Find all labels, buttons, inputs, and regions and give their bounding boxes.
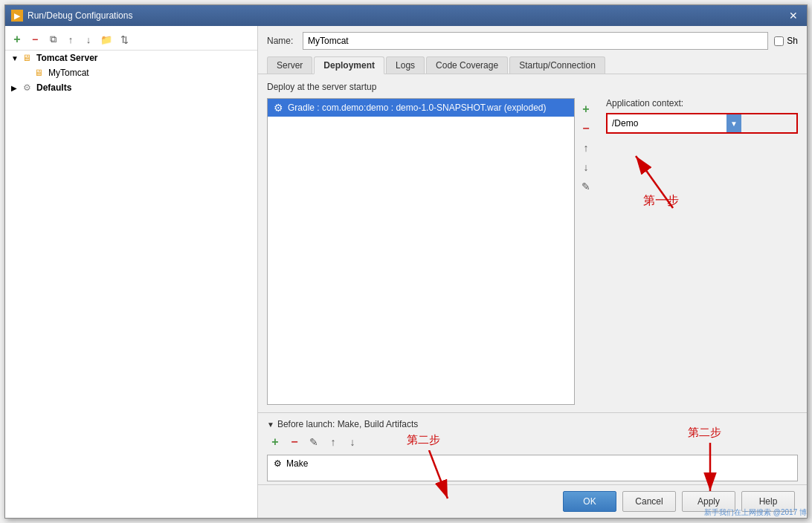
artifact-icon: ⚙ (274, 102, 283, 114)
launch-list[interactable]: ⚙ Make (267, 455, 798, 481)
tree-item-defaults[interactable]: ▶ ⚙ Defaults (5, 80, 257, 95)
dialog-footer: 第二步 第二步 (258, 484, 807, 518)
artifact-toolbar: + − ↑ ↓ ✎ (575, 98, 597, 405)
tree-down-button[interactable]: ↓ (81, 32, 96, 47)
tree-sort-button[interactable]: ⇅ (117, 32, 132, 47)
tree-up-button[interactable]: ↑ (63, 32, 78, 47)
app-context-section: Application context: ▼ (597, 98, 798, 405)
title-bar: ▶ Run/Debug Configurations ✕ (5, 5, 807, 26)
artifact-up-button[interactable]: ↑ (578, 140, 594, 156)
tree-toolbar: + − ⧉ ↑ ↓ 📁 ⇅ (5, 29, 257, 51)
tab-startup[interactable]: Startup/Connection (509, 56, 605, 74)
name-label: Name: (267, 36, 297, 46)
left-panel: + − ⧉ ↑ ↓ 📁 ⇅ ▼ 🖥 Tomcat Server 🖥 MyTomc… (5, 26, 258, 518)
name-input[interactable] (303, 32, 768, 50)
tab-server[interactable]: Server (267, 56, 312, 74)
tree-label-tomcat-server: Tomcat Server (36, 53, 97, 63)
launch-down-button[interactable]: ↓ (344, 434, 361, 450)
tree-copy-button[interactable]: ⧉ (45, 32, 60, 47)
artifact-text: Gradle : com.demo:demo : demo-1.0-SNAPSH… (288, 103, 546, 113)
app-context-input[interactable] (608, 114, 726, 132)
before-launch-arrow: ▼ (267, 420, 274, 429)
step1-annotation-area: 第一步 (606, 134, 798, 405)
app-context-label: Application context: (606, 98, 798, 108)
share-checkbox-wrap: Sh (774, 36, 798, 46)
artifact-down-button[interactable]: ↓ (578, 159, 594, 175)
ok-button[interactable]: OK (563, 491, 616, 512)
launch-item-make[interactable]: ⚙ Make (268, 455, 797, 472)
launch-remove-button[interactable]: − (286, 434, 303, 450)
tree-label-defaults: Defaults (36, 82, 71, 93)
share-label: Sh (787, 36, 798, 46)
watermark: 新手我们在上网搜索 @2017 博 (704, 507, 807, 518)
share-checkbox[interactable] (774, 36, 784, 46)
launch-up-button[interactable]: ↑ (325, 434, 341, 450)
tab-logs[interactable]: Logs (386, 56, 425, 74)
artifact-item[interactable]: ⚙ Gradle : com.demo:demo : demo-1.0-SNAP… (268, 99, 574, 117)
tree-item-mytomcat[interactable]: 🖥 MyTomcat (5, 65, 257, 80)
deploy-section: ⚙ Gradle : com.demo:demo : demo-1.0-SNAP… (267, 98, 798, 405)
defaults-icon: ⚙ (20, 82, 33, 94)
title-bar-left: ▶ Run/Debug Configurations (11, 10, 132, 22)
launch-add-button[interactable]: + (267, 434, 283, 450)
tab-coverage[interactable]: Code Coverage (426, 56, 508, 74)
mytomcat-icon: 🖥 (32, 67, 45, 79)
launch-item-text: Make (286, 458, 308, 469)
name-row: Name: Sh (258, 26, 807, 56)
step1-label: 第一步 (643, 193, 679, 209)
tree-add-button[interactable]: + (10, 32, 25, 47)
deployment-tab-content: Deploy at the server startup ⚙ Gradle : … (258, 74, 807, 412)
launch-edit-button[interactable]: ✎ (306, 434, 322, 450)
artifact-edit-button[interactable]: ✎ (578, 178, 594, 195)
app-context-input-wrap: ▼ (606, 113, 798, 134)
tree-folder-button[interactable]: 📁 (99, 32, 114, 47)
artifact-remove-button[interactable]: − (578, 120, 594, 137)
tabs-bar: Server Deployment Logs Code Coverage Sta… (258, 56, 807, 74)
artifact-add-button[interactable]: + (578, 101, 594, 117)
step1-arrow (621, 141, 710, 230)
cancel-button[interactable]: Cancel (622, 491, 676, 512)
before-launch-title: Before launch: Make, Build Artifacts (277, 419, 418, 429)
artifact-list[interactable]: ⚙ Gradle : com.demo:demo : demo-1.0-SNAP… (267, 98, 575, 405)
tab-deployment[interactable]: Deployment (314, 56, 384, 74)
tree-arrow: ▼ (11, 54, 20, 62)
run-debug-dialog: ▶ Run/Debug Configurations ✕ + − ⧉ ↑ ↓ 📁… (4, 4, 808, 519)
before-launch-header: ▼ Before launch: Make, Build Artifacts (267, 419, 798, 429)
tree-item-tomcat-server[interactable]: ▼ 🖥 Tomcat Server (5, 51, 257, 65)
tree-label-mytomcat: MyTomcat (48, 68, 89, 78)
dialog-title: Run/Debug Configurations (28, 10, 132, 21)
tree-remove-button[interactable]: − (28, 32, 42, 47)
launch-item-icon: ⚙ (274, 458, 282, 469)
close-button[interactable]: ✕ (786, 8, 801, 23)
dialog-icon: ▶ (11, 10, 23, 22)
right-panel: Name: Sh Server Deployment Logs Code Cov… (258, 26, 807, 518)
dialog-body: + − ⧉ ↑ ↓ 📁 ⇅ ▼ 🖥 Tomcat Server 🖥 MyTomc… (5, 26, 807, 518)
deploy-label: Deploy at the server startup (267, 82, 798, 92)
before-launch-toolbar: + − ✎ ↑ ↓ (267, 434, 798, 450)
before-launch-section: ▼ Before launch: Make, Build Artifacts +… (258, 412, 807, 484)
tomcat-server-icon: 🖥 (20, 52, 33, 64)
app-context-dropdown[interactable]: ▼ (726, 114, 741, 132)
tree-arrow-defaults: ▶ (11, 84, 20, 92)
